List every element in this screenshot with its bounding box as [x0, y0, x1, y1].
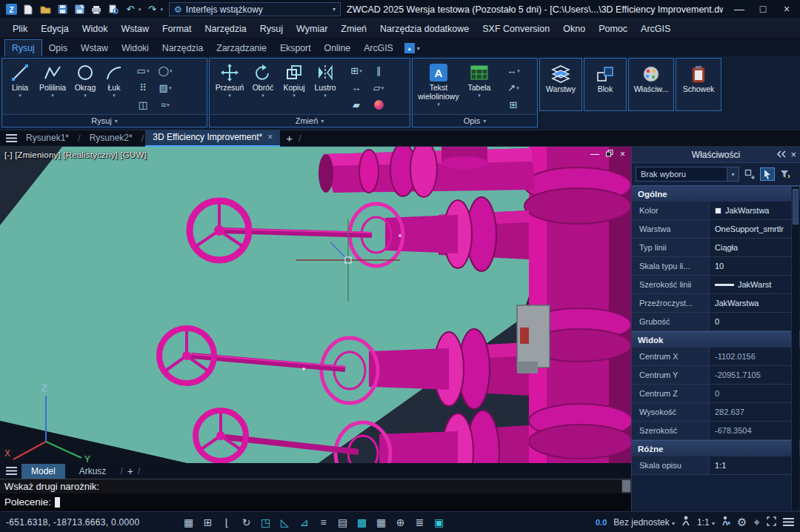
- prop-warstwa[interactable]: WarstwaOneSupport_smrtlr: [632, 220, 800, 239]
- explode-icon[interactable]: [367, 96, 390, 113]
- ortho-mode-icon[interactable]: ⌊: [221, 516, 233, 528]
- precision-chip[interactable]: 0.0: [596, 518, 607, 527]
- grid-display-icon[interactable]: ▦: [182, 516, 195, 528]
- properties-scrollbar[interactable]: [791, 187, 799, 510]
- undo-caret-icon[interactable]: ▾: [139, 7, 141, 13]
- snap-mode-icon[interactable]: ⊞: [201, 516, 214, 528]
- quick-select-icon[interactable]: [778, 167, 793, 181]
- menu-narzędzia-dodatkowe[interactable]: Narzędzia dodatkowe: [373, 19, 476, 39]
- dimension-icon[interactable]: ↔▾: [501, 62, 526, 79]
- object-snap-tracking-icon[interactable]: ⊿: [298, 516, 310, 528]
- vp-close-icon[interactable]: ×: [620, 149, 625, 159]
- annotation-visibility-icon[interactable]: ≣: [413, 516, 426, 528]
- redo-icon[interactable]: ↷: [147, 4, 159, 16]
- scale-icon[interactable]: ▱▾: [367, 79, 390, 96]
- dynamic-ucs-icon[interactable]: ≡: [317, 516, 330, 528]
- prop-kolor[interactable]: KolorJakWarstwa: [632, 202, 800, 220]
- block-button[interactable]: Blok: [584, 59, 626, 93]
- viewport[interactable]: Z Y X [-] [Zmieniony] [Realistyczny] [GU…: [0, 147, 631, 463]
- menu-plik[interactable]: Plik: [6, 19, 34, 39]
- props-section-widok[interactable]: Widok▾: [632, 331, 800, 348]
- doc-tab-close-icon[interactable]: ×: [267, 130, 273, 145]
- ribbon-tab-wstaw[interactable]: Wstaw: [74, 40, 115, 56]
- prop-szerokość[interactable]: Szerokość-678.3504: [632, 422, 800, 440]
- prop-przeźroczyst[interactable]: Przeźroczyst...JakWarstwa: [632, 294, 800, 313]
- ribbon-tab-arcgis[interactable]: ArcGIS: [357, 40, 400, 56]
- save-as-icon[interactable]: [73, 4, 85, 16]
- command-input[interactable]: Polecenie:: [0, 493, 631, 511]
- mtext-button[interactable]: A Tekst wieloliniowy▾: [415, 61, 462, 107]
- clipboard-button[interactable]: Schowek: [676, 59, 721, 93]
- menu-okno[interactable]: Okno: [556, 19, 592, 39]
- dock-icon[interactable]: [776, 150, 786, 160]
- pickadd-toggle-icon[interactable]: [742, 167, 757, 181]
- open-folder-icon[interactable]: [39, 4, 51, 16]
- array-icon[interactable]: ⊞▾: [345, 62, 367, 79]
- layout-menu-icon[interactable]: [6, 467, 17, 475]
- hatch-icon[interactable]: ▨▾: [154, 79, 176, 96]
- props-section-ogólne[interactable]: Ogólne▾: [632, 185, 800, 202]
- menu-widok[interactable]: Widok: [76, 19, 115, 39]
- leader-icon[interactable]: ↗▾: [501, 79, 526, 96]
- stretch-icon[interactable]: ↔: [345, 79, 367, 96]
- menu-pomoc[interactable]: Pomoc: [592, 19, 634, 39]
- new-file-icon[interactable]: [22, 4, 34, 16]
- props-section-różne[interactable]: Różne▾: [632, 440, 800, 456]
- viewport-controls-label[interactable]: [-] [Zmieniony] [Realistyczny] [GUW]: [4, 150, 147, 159]
- vp-restore-icon[interactable]: [606, 149, 613, 159]
- annotation-person-icon[interactable]: [681, 516, 690, 528]
- menu-narzędzia[interactable]: Narzędzia: [199, 19, 253, 39]
- plot-preview-icon[interactable]: [107, 4, 119, 16]
- redo-caret-icon[interactable]: ▾: [161, 7, 164, 13]
- prop-grubość[interactable]: Grubość0: [632, 313, 800, 331]
- properties-button[interactable]: Właściw...: [629, 59, 673, 93]
- units-dropdown[interactable]: Bez jednostek ▾: [613, 517, 675, 528]
- prop-skala-typu-li[interactable]: Skala typu li...10: [632, 257, 800, 276]
- move-button[interactable]: Przesuń▾: [212, 61, 247, 99]
- ribbon-tab-eksport[interactable]: Eksport: [273, 40, 318, 56]
- command-scrollbar[interactable]: [621, 479, 631, 493]
- select-objects-icon[interactable]: [760, 167, 775, 181]
- ellipse-icon[interactable]: ◯▾: [154, 62, 176, 79]
- ribbon-tab-narzędzia[interactable]: Narzędzia: [156, 40, 210, 56]
- workspace-switch-icon[interactable]: ▣: [433, 516, 445, 528]
- panel-footer-zmien[interactable]: Zmień▾: [210, 114, 410, 127]
- arc-button[interactable]: Łuk▾: [101, 61, 127, 99]
- menu-zmień[interactable]: Zmień: [334, 19, 373, 39]
- circle-button[interactable]: Okrąg▾: [70, 61, 101, 99]
- rotate-button[interactable]: Obróć▾: [247, 61, 279, 99]
- dynamic-input-icon[interactable]: ▤: [336, 516, 349, 528]
- new-doc-tab-button[interactable]: +: [281, 132, 297, 144]
- annotation-scale-dropdown[interactable]: 1:1 ▾: [697, 517, 715, 528]
- undo-icon[interactable]: ↶: [124, 4, 136, 16]
- polar-tracking-icon[interactable]: ↻: [240, 516, 253, 528]
- spline-icon[interactable]: ≈▾: [154, 96, 176, 113]
- panel-footer-opis[interactable]: Opis▾: [413, 114, 537, 127]
- point-icon[interactable]: ⠿: [132, 79, 154, 96]
- workspace-select[interactable]: ⚙ Interfejs wstążkowy ▾: [169, 2, 341, 16]
- doc-menu-icon[interactable]: [6, 134, 17, 142]
- polyline-button[interactable]: Polilinia▾: [36, 61, 70, 99]
- clean-screen-icon[interactable]: ⌖: [754, 516, 760, 529]
- region-icon[interactable]: ◫: [132, 96, 154, 113]
- menu-rysuj[interactable]: Rysuj: [253, 19, 290, 39]
- plot-icon[interactable]: [90, 4, 102, 16]
- ribbon-tab-opis[interactable]: Opis: [42, 40, 74, 56]
- ribbon-collapse-button[interactable]: ▴▾: [404, 43, 420, 53]
- prop-skala-opisu[interactable]: Skala opisu1:1: [632, 456, 800, 475]
- prop-centrum-z[interactable]: Centrum Z0: [632, 385, 800, 403]
- object-snap-3d-icon[interactable]: ◺: [279, 516, 291, 528]
- viewport-canvas[interactable]: Z Y X: [0, 147, 631, 463]
- ribbon-tab-online[interactable]: Online: [318, 40, 358, 56]
- ribbon-tab-zarządzanie[interactable]: Zarządzanie: [210, 40, 273, 56]
- settings-gear-icon[interactable]: ⚙: [737, 516, 747, 529]
- status-menu-icon[interactable]: [783, 518, 794, 526]
- layout-tab-model[interactable]: Model: [21, 464, 65, 479]
- object-snap-icon[interactable]: ◳: [259, 516, 272, 528]
- mirror-button[interactable]: Lustro▾: [310, 61, 341, 99]
- lineweight-display-icon[interactable]: ▩: [356, 516, 368, 528]
- vp-minimize-icon[interactable]: —: [590, 149, 599, 159]
- prop-centrum-x[interactable]: Centrum X-1102.0156: [632, 348, 800, 366]
- annotation-auto-icon[interactable]: [721, 516, 730, 528]
- rectangle-icon[interactable]: ▭▾: [132, 62, 154, 79]
